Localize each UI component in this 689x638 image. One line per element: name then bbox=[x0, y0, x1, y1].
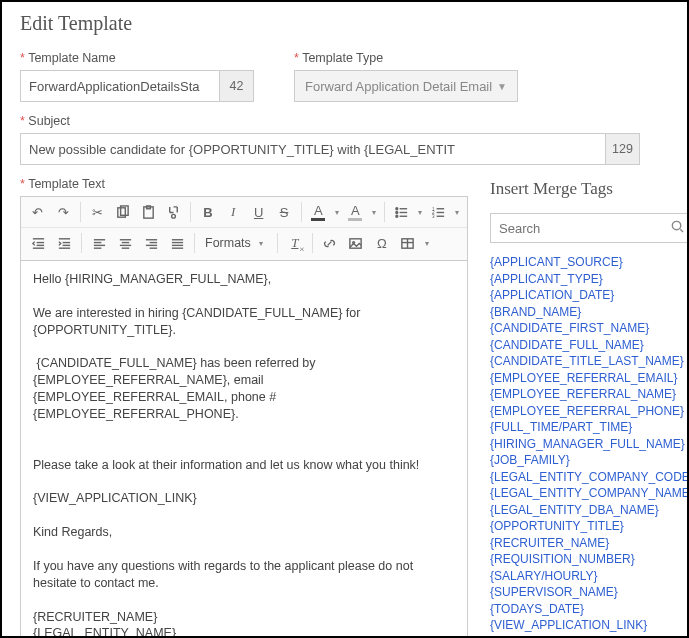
underline-button[interactable]: U bbox=[246, 200, 271, 224]
link-button[interactable] bbox=[317, 231, 343, 255]
bg-color-caret[interactable]: ▾ bbox=[368, 208, 380, 217]
align-justify-button[interactable] bbox=[164, 231, 190, 255]
template-name-count: 42 bbox=[220, 70, 254, 102]
template-type-select[interactable]: Forward Application Detail Email ▼ bbox=[294, 70, 518, 102]
merge-search[interactable] bbox=[490, 213, 689, 243]
align-left-button[interactable] bbox=[86, 231, 112, 255]
find-replace-icon[interactable] bbox=[161, 200, 186, 224]
merge-tags-title: Insert Merge Tags bbox=[490, 179, 689, 199]
merge-tag-item[interactable]: {CANDIDATE_FULL_NAME} bbox=[490, 338, 689, 352]
paste-icon[interactable] bbox=[135, 200, 160, 224]
merge-tag-item[interactable]: {TODAYS_DATE} bbox=[490, 602, 689, 616]
bullet-list-button[interactable] bbox=[389, 200, 414, 224]
template-type-value: Forward Application Detail Email bbox=[305, 79, 492, 94]
merge-tag-item[interactable]: {SUPERVISOR_NAME} bbox=[490, 585, 689, 599]
merge-tag-item[interactable]: {CANDIDATE_FIRST_NAME} bbox=[490, 321, 689, 335]
text-color-button[interactable]: A bbox=[306, 200, 331, 224]
table-caret[interactable]: ▾ bbox=[421, 239, 433, 248]
subject-count: 129 bbox=[606, 133, 640, 165]
merge-tag-item[interactable]: {EMPLOYEE_REFERRAL_NAME} bbox=[490, 387, 689, 401]
number-list-button[interactable]: 123 bbox=[426, 200, 451, 224]
bullet-list-caret[interactable]: ▾ bbox=[414, 208, 426, 217]
merge-search-input[interactable] bbox=[499, 221, 670, 236]
chevron-down-icon: ▼ bbox=[497, 81, 507, 92]
merge-tag-item[interactable]: {OPPORTUNITY_TITLE} bbox=[490, 519, 689, 533]
template-name-input[interactable] bbox=[20, 70, 220, 102]
editor-toolbar: ↶ ↷ ✂ B I U S A ▾ bbox=[20, 196, 468, 261]
subject-input[interactable] bbox=[20, 133, 606, 165]
page-title: Edit Template bbox=[20, 12, 669, 35]
svg-line-47 bbox=[680, 229, 683, 232]
merge-tag-item[interactable]: {EMPLOYEE_REFERRAL_EMAIL} bbox=[490, 371, 689, 385]
align-right-button[interactable] bbox=[138, 231, 164, 255]
number-list-caret[interactable]: ▾ bbox=[451, 208, 463, 217]
search-icon bbox=[670, 219, 685, 237]
clear-format-button[interactable]: T× bbox=[282, 231, 308, 255]
italic-button[interactable]: I bbox=[221, 200, 246, 224]
subject-label: Subject bbox=[20, 114, 640, 128]
copy-icon[interactable] bbox=[110, 200, 135, 224]
bold-button[interactable]: B bbox=[195, 200, 220, 224]
svg-text:3: 3 bbox=[432, 214, 435, 219]
merge-tag-item[interactable]: {VIEW_APPLICATION_LINK} bbox=[490, 618, 689, 632]
merge-tag-list: {APPLICANT_SOURCE}{APPLICANT_TYPE}{APPLI… bbox=[490, 255, 689, 632]
table-button[interactable] bbox=[395, 231, 421, 255]
merge-tag-item[interactable]: {FULL_TIME/PART_TIME} bbox=[490, 420, 689, 434]
svg-point-9 bbox=[396, 215, 398, 217]
special-char-button[interactable]: Ω bbox=[369, 231, 395, 255]
formats-dropdown[interactable]: Formats▾ bbox=[199, 231, 273, 255]
text-color-caret[interactable]: ▾ bbox=[331, 208, 343, 217]
template-name-label: Template Name bbox=[20, 51, 270, 65]
merge-tag-item[interactable]: {BRAND_NAME} bbox=[490, 305, 689, 319]
redo-icon[interactable]: ↷ bbox=[50, 200, 75, 224]
merge-tag-item[interactable]: {APPLICANT_SOURCE} bbox=[490, 255, 689, 269]
template-type-label: Template Type bbox=[294, 51, 518, 65]
svg-point-46 bbox=[672, 221, 680, 229]
image-button[interactable] bbox=[343, 231, 369, 255]
cut-icon[interactable]: ✂ bbox=[85, 200, 110, 224]
align-center-button[interactable] bbox=[112, 231, 138, 255]
template-text-editor[interactable]: Hello {HIRING_MANAGER_FULL_NAME}, We are… bbox=[20, 261, 468, 638]
svg-point-5 bbox=[396, 207, 398, 209]
merge-tag-item[interactable]: {EMPLOYEE_REFERRAL_PHONE} bbox=[490, 404, 689, 418]
strikethrough-button[interactable]: S bbox=[271, 200, 296, 224]
merge-tag-item[interactable]: {LEGAL_ENTITY_COMPANY_CODE} bbox=[490, 470, 689, 484]
svg-point-7 bbox=[396, 211, 398, 213]
indent-button[interactable] bbox=[51, 231, 77, 255]
bg-color-button[interactable]: A bbox=[343, 200, 368, 224]
undo-icon[interactable]: ↶ bbox=[25, 200, 50, 224]
template-text-label: Template Text bbox=[20, 177, 468, 191]
merge-tag-item[interactable]: {LEGAL_ENTITY_DBA_NAME} bbox=[490, 503, 689, 517]
merge-tag-item[interactable]: {APPLICANT_TYPE} bbox=[490, 272, 689, 286]
merge-tag-item[interactable]: {APPLICATION_DATE} bbox=[490, 288, 689, 302]
merge-tag-item[interactable]: {JOB_FAMILY} bbox=[490, 453, 689, 467]
merge-tag-item[interactable]: {SALARY/HOURLY} bbox=[490, 569, 689, 583]
merge-tag-item[interactable]: {LEGAL_ENTITY_COMPANY_NAME} bbox=[490, 486, 689, 500]
merge-tag-item[interactable]: {REQUISITION_NUMBER} bbox=[490, 552, 689, 566]
merge-tag-item[interactable]: {CANDIDATE_TITLE_LAST_NAME} bbox=[490, 354, 689, 368]
merge-tag-item[interactable]: {HIRING_MANAGER_FULL_NAME} bbox=[490, 437, 689, 451]
merge-tag-item[interactable]: {RECRUITER_NAME} bbox=[490, 536, 689, 550]
svg-point-4 bbox=[172, 214, 176, 218]
outdent-button[interactable] bbox=[25, 231, 51, 255]
